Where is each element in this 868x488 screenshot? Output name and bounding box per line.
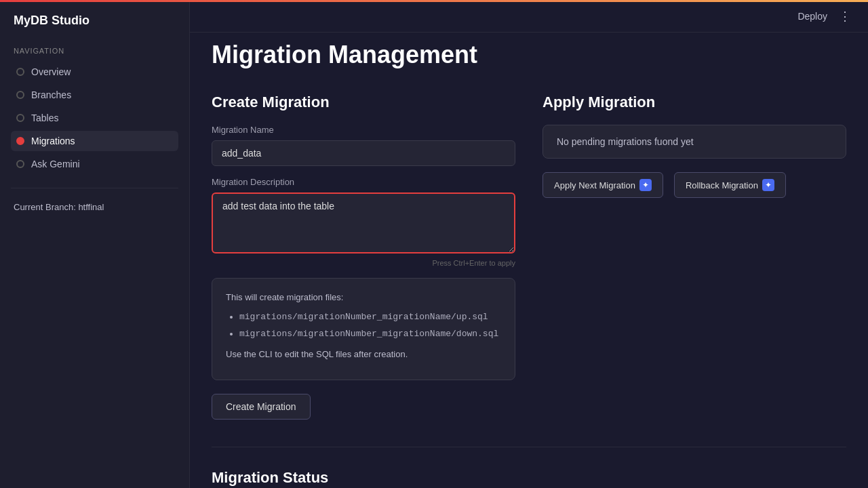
migration-desc-textarea[interactable]: add test data into the table [212,192,515,253]
sidebar-item-branches[interactable]: Branches [11,85,178,105]
sidebar-item-overview[interactable]: Overview [11,62,178,82]
textarea-hint: Press Ctrl+Enter to apply [212,259,515,267]
section-divider [212,447,846,447]
current-branch: Current Branch: htffinal [11,202,178,212]
name-label: Migration Name [212,125,515,135]
apply-buttons: Apply Next Migration ✦ Rollback Migratio… [542,172,846,198]
branch-value: htffinal [78,202,104,212]
main-content: Migration Management Create Migration Mi… [190,0,868,488]
apply-migration-title: Apply Migration [542,94,846,111]
create-migration-section: Create Migration Migration Name Migratio… [212,94,515,420]
info-footer: Use the CLI to edit the SQL files after … [226,348,501,362]
nav-dot [16,137,24,145]
nav-item-label: Migrations [31,136,75,146]
pending-migrations-box: No pending migrations fuond yet [542,125,846,159]
menu-icon[interactable]: ⋮ [835,7,854,26]
info-box: This will create migration files: migrat… [212,278,515,380]
nav-dot [16,68,24,76]
nav-item-label: Overview [31,66,71,77]
create-migration-title: Create Migration [212,94,515,111]
rollback-migration-button[interactable]: Rollback Migration ✦ [674,172,786,198]
app-logo: MyDB Studio [11,14,178,28]
textarea-wrapper: add test data into the table [212,192,515,256]
rollback-icon: ✦ [762,179,774,191]
red-top-bar [0,0,868,2]
sidebar-divider [11,188,178,188]
page-title: Migration Management [212,41,846,69]
two-col-layout: Create Migration Migration Name Migratio… [212,94,846,420]
nav-dot [16,114,24,122]
nav-dot [16,91,24,99]
nav-item-label: Tables [31,113,58,123]
sidebar: MyDB Studio Navigation OverviewBranchesT… [0,0,190,488]
top-bar: Deploy ⋮ [190,0,868,33]
pending-text: No pending migrations fuond yet [557,136,694,147]
nav-items: OverviewBranchesTablesMigrationsAsk Gemi… [11,62,178,174]
migration-status-section: Migration Status True [212,469,846,488]
nav-item-label: Ask Gemini [31,159,80,169]
apply-next-migration-button[interactable]: Apply Next Migration ✦ [542,172,663,198]
nav-dot [16,160,24,168]
desc-label: Migration Description [212,177,515,187]
sidebar-item-ask-gemini[interactable]: Ask Gemini [11,154,178,174]
create-migration-button[interactable]: Create Migration [212,394,311,420]
sidebar-item-migrations[interactable]: Migrations [11,131,178,151]
info-heading: This will create migration files: [226,291,501,305]
info-file-item: migrations/migrationNumber_migrationName… [239,327,501,342]
apply-button-label: Apply Next Migration [554,180,635,190]
sidebar-item-tables[interactable]: Tables [11,108,178,128]
migration-name-input[interactable] [212,140,515,166]
info-file-item: migrations/migrationNumber_migrationName… [239,310,501,325]
apply-migration-section: Apply Migration No pending migrations fu… [542,94,846,420]
apply-icon: ✦ [639,179,652,191]
nav-label: Navigation [11,47,178,55]
migration-status-title: Migration Status [212,469,846,487]
deploy-button[interactable]: Deploy [797,11,827,22]
nav-item-label: Branches [31,89,71,100]
rollback-button-label: Rollback Migration [686,180,758,190]
info-files-list: migrations/migrationNumber_migrationName… [226,310,501,342]
